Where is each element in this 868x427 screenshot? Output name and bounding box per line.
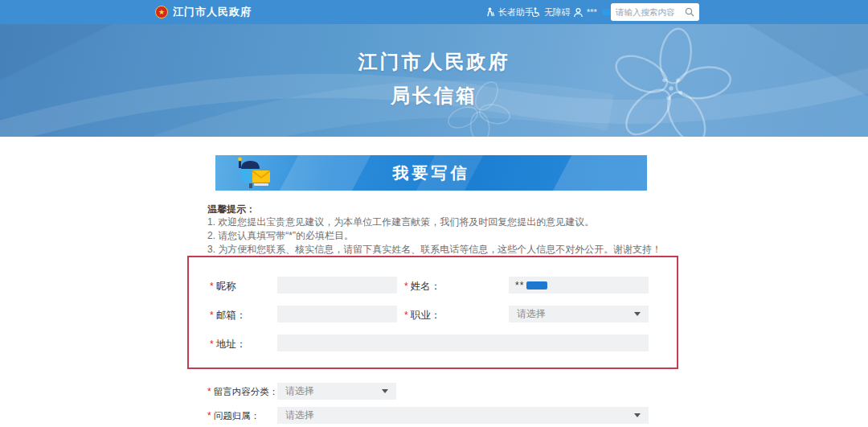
email-label: *邮箱：	[210, 309, 246, 322]
tips-heading: 温馨提示：	[207, 203, 662, 216]
search-icon[interactable]	[685, 7, 694, 17]
page: ★ 江门市人民政府 长者助手 无障碍 ***	[0, 0, 868, 427]
banner-title-line1: 江门市人民政府	[0, 45, 868, 79]
required-mark: *	[210, 310, 214, 321]
address-label: *地址：	[210, 338, 246, 351]
name-label: *姓名：	[404, 280, 440, 294]
chevron-down-icon	[634, 312, 641, 316]
write-letter-title: 我要写信	[215, 155, 647, 191]
required-mark: *	[210, 281, 214, 292]
address-input[interactable]	[277, 335, 649, 351]
occupation-select[interactable]: 请选择	[509, 306, 649, 322]
name-redaction-blob	[526, 281, 547, 289]
banner-title: 江门市人民政府 局长信箱	[0, 45, 868, 113]
elder-assistant-link[interactable]: 长者助手	[486, 0, 534, 24]
category-selected-value: 请选择	[285, 384, 382, 398]
user-account[interactable]: ***	[573, 0, 615, 24]
elder-assistant-icon	[486, 7, 495, 17]
name-masked-value: **	[515, 281, 524, 290]
accessibility-icon	[531, 7, 541, 17]
category-label: *留言内容分类：	[207, 386, 278, 398]
topbar: ★ 江门市人民政府 长者助手 无障碍 ***	[0, 0, 868, 24]
nickname-label: *昵称	[210, 280, 236, 294]
banner-title-line2: 局长信箱	[0, 79, 868, 113]
hero-banner: 江门市人民政府 局长信箱	[0, 24, 868, 137]
site-brand[interactable]: ★ 江门市人民政府	[155, 0, 252, 24]
required-mark: *	[207, 410, 211, 421]
attribution-selected-value: 请选择	[285, 409, 634, 422]
site-name: 江门市人民政府	[173, 5, 252, 19]
tips-item-3: 3. 为方便和您联系、核实信息，请留下真实姓名、联系电话等信息，这些个人信息不对…	[207, 243, 662, 257]
write-letter-header: 我要写信	[215, 155, 647, 191]
user-masked-name: ***	[587, 7, 597, 17]
chevron-down-icon	[382, 389, 388, 393]
required-mark: *	[404, 310, 408, 321]
required-mark: *	[210, 339, 214, 350]
attribution-label: *问题归属：	[207, 410, 260, 422]
accessibility-label: 无障碍	[544, 6, 571, 18]
search-input[interactable]	[616, 7, 685, 17]
user-icon	[573, 7, 583, 18]
tips-item-1: 1. 欢迎您提出宝贵意见建议，为本单位工作建言献策，我们将及时回复您提出的意见建…	[207, 216, 662, 229]
occupation-label: *职业：	[404, 309, 440, 322]
elder-assistant-label: 长者助手	[498, 6, 534, 18]
national-emblem-icon: ★	[155, 6, 168, 18]
tips-block: 温馨提示： 1. 欢迎您提出宝贵意见建议，为本单位工作建言献策，我们将及时回复您…	[207, 203, 662, 257]
search-box	[611, 3, 699, 21]
required-mark: *	[207, 386, 211, 397]
attribution-select[interactable]: 请选择	[277, 407, 649, 424]
chevron-down-icon	[634, 413, 641, 417]
nickname-input[interactable]	[277, 277, 397, 294]
accessibility-link[interactable]: 无障碍	[531, 0, 571, 24]
tips-item-2: 2. 请您认真填写带“*”的必填栏目。	[207, 229, 662, 243]
email-input[interactable]	[277, 306, 397, 322]
category-select[interactable]: 请选择	[277, 383, 396, 400]
required-mark: *	[404, 281, 408, 292]
occupation-selected-value: 请选择	[517, 307, 634, 321]
name-input[interactable]: **	[509, 277, 649, 294]
